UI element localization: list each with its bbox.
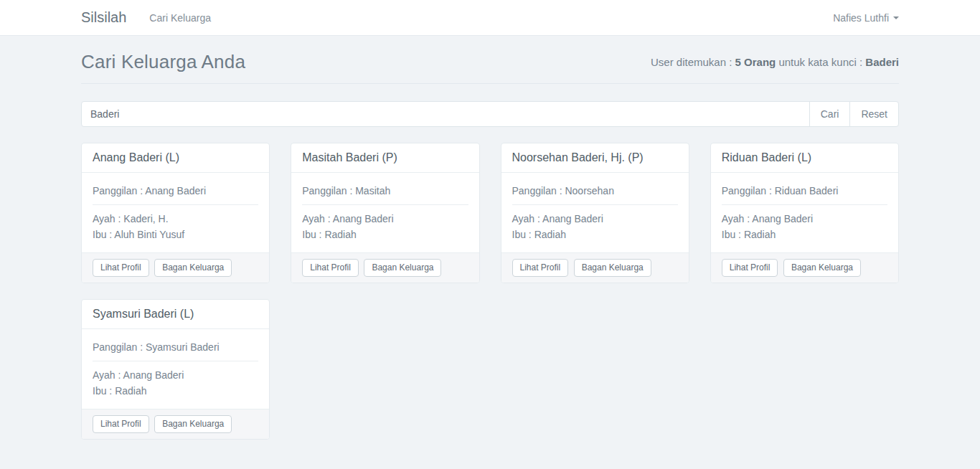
summary-count: 5 Orang <box>735 56 776 68</box>
person-card-title: Anang Baderi (L) <box>82 143 269 173</box>
nav-link-cari-keluarga[interactable]: Cari Keluarga <box>149 12 211 24</box>
page-title: Cari Keluarga Anda <box>81 51 245 73</box>
user-menu-dropdown[interactable]: Nafies Luthfi <box>833 12 899 24</box>
person-panggilan: Panggilan : Syamsuri Baderi <box>93 339 258 355</box>
person-card-body: Panggilan : Noorsehan Ayah : Anang Bader… <box>501 173 689 252</box>
bagan-keluarga-button[interactable]: Bagan Keluarga <box>154 259 232 277</box>
person-ayah: Ayah : Anang Baderi <box>302 211 468 227</box>
person-card-footer: Lihat Profil Bagan Keluarga <box>711 252 898 283</box>
user-name: Nafies Luthfi <box>833 12 889 24</box>
summary-prefix: User ditemukan : <box>651 56 735 68</box>
person-ayah: Ayah : Anang Baderi <box>512 211 678 227</box>
person-panggilan: Panggilan : Anang Baderi <box>93 183 258 199</box>
person-ayah: Ayah : Anang Baderi <box>93 367 258 383</box>
person-card-title: Riduan Baderi (L) <box>711 143 898 173</box>
bagan-keluarga-button[interactable]: Bagan Keluarga <box>783 259 861 277</box>
person-ibu: Ibu : Radiah <box>512 227 678 242</box>
summary-middle: untuk kata kunci : <box>776 56 865 68</box>
navbar: Silsilah Cari Keluarga Nafies Luthfi <box>0 0 980 36</box>
card-divider <box>93 204 258 205</box>
lihat-profil-button[interactable]: Lihat Profil <box>722 259 778 277</box>
person-card-title: Syamsuri Baderi (L) <box>82 300 269 329</box>
person-card-footer: Lihat Profil Bagan Keluarga <box>501 252 689 283</box>
person-card: Masitah Baderi (P) Panggilan : Masitah A… <box>291 143 479 283</box>
person-card: Riduan Baderi (L) Panggilan : Riduan Bad… <box>710 143 899 283</box>
person-panggilan: Panggilan : Noorsehan <box>512 183 678 199</box>
lihat-profil-button[interactable]: Lihat Profil <box>512 259 569 277</box>
person-ibu: Ibu : Radiah <box>722 227 887 242</box>
bagan-keluarga-button[interactable]: Bagan Keluarga <box>154 415 232 433</box>
person-card-footer: Lihat Profil Bagan Keluarga <box>82 252 269 283</box>
cari-button[interactable]: Cari <box>809 101 851 127</box>
app-brand[interactable]: Silsilah <box>81 9 126 26</box>
card-divider <box>302 204 468 205</box>
search-input[interactable] <box>81 101 810 127</box>
card-divider <box>512 204 678 205</box>
card-divider <box>722 204 887 205</box>
lihat-profil-button[interactable]: Lihat Profil <box>93 415 149 433</box>
person-ayah: Ayah : Kaderi, H. <box>93 211 258 227</box>
search-form: Cari Reset <box>81 101 899 127</box>
page-header: Cari Keluarga Anda User ditemukan : 5 Or… <box>81 51 899 84</box>
person-card-body: Panggilan : Riduan Baderi Ayah : Anang B… <box>711 173 898 252</box>
person-card: Anang Baderi (L) Panggilan : Anang Bader… <box>81 143 270 283</box>
results-grid: Anang Baderi (L) Panggilan : Anang Bader… <box>81 143 899 468</box>
summary-keyword: Baderi <box>865 56 899 68</box>
person-card-footer: Lihat Profil Bagan Keluarga <box>291 252 479 283</box>
person-card-title: Masitah Baderi (P) <box>291 143 479 173</box>
lihat-profil-button[interactable]: Lihat Profil <box>302 259 359 277</box>
person-card-body: Panggilan : Syamsuri Baderi Ayah : Anang… <box>82 329 269 409</box>
caret-down-icon <box>893 16 899 19</box>
person-card-title: Noorsehan Baderi, Hj. (P) <box>501 143 689 173</box>
lihat-profil-button[interactable]: Lihat Profil <box>93 259 149 277</box>
result-summary: User ditemukan : 5 Orang untuk kata kunc… <box>651 56 899 68</box>
person-ayah: Ayah : Anang Baderi <box>722 211 887 227</box>
person-panggilan: Panggilan : Masitah <box>302 183 468 199</box>
bagan-keluarga-button[interactable]: Bagan Keluarga <box>364 259 441 277</box>
person-card-footer: Lihat Profil Bagan Keluarga <box>82 409 269 439</box>
person-card-body: Panggilan : Masitah Ayah : Anang Baderi … <box>291 173 479 252</box>
person-panggilan: Panggilan : Riduan Baderi <box>722 183 887 199</box>
main-content: Cari Keluarga Anda User ditemukan : 5 Or… <box>81 51 899 468</box>
reset-button[interactable]: Reset <box>849 101 899 127</box>
person-ibu: Ibu : Radiah <box>93 383 258 399</box>
person-card: Syamsuri Baderi (L) Panggilan : Syamsuri… <box>81 299 270 440</box>
person-card: Noorsehan Baderi, Hj. (P) Panggilan : No… <box>501 143 689 283</box>
person-ibu: Ibu : Aluh Binti Yusuf <box>93 227 258 242</box>
person-card-body: Panggilan : Anang Baderi Ayah : Kaderi, … <box>82 173 269 252</box>
card-divider <box>93 361 258 361</box>
bagan-keluarga-button[interactable]: Bagan Keluarga <box>574 259 651 277</box>
person-ibu: Ibu : Radiah <box>302 227 468 242</box>
